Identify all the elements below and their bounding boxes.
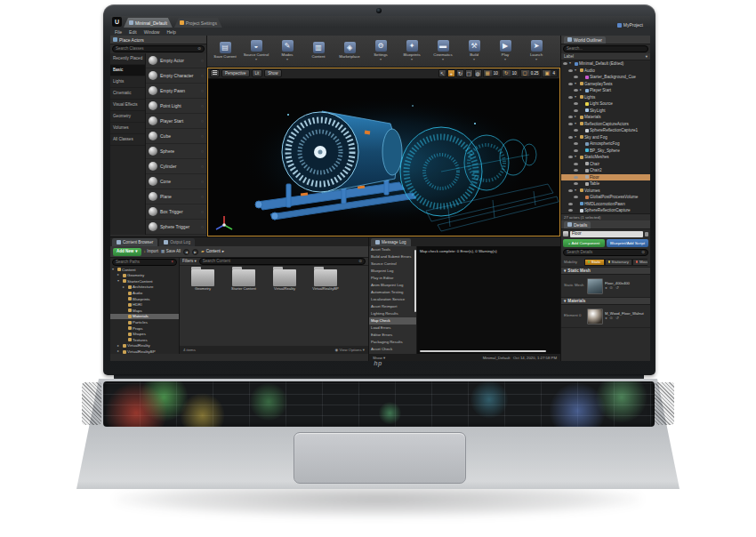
folder-tree-row[interactable]: Shapes [110,332,179,338]
outliner-row[interactable]: SkyLight [561,108,650,115]
visibility-eye-icon[interactable] [574,163,578,165]
world-outliner-tab[interactable]: World Outliner [561,36,650,44]
expand-arrow-icon[interactable]: ▾ [575,68,578,73]
outliner-row[interactable]: ▾ Sky and Fog [561,134,650,141]
visibility-eye-icon[interactable] [574,176,578,179]
outliner-row[interactable]: ▾ GameplayTests [561,81,650,88]
place-actor-item[interactable]: Plane ○ [146,189,206,204]
expand-arrow-icon[interactable]: ▸ [117,273,121,277]
editor-tab[interactable]: Project Settings [174,18,222,28]
expand-arrow-icon[interactable]: ▾ [569,61,573,66]
place-actor-item[interactable]: Empty Character ○ [146,68,206,84]
message-log-category[interactable]: Editor Errors [369,332,416,339]
details-tab[interactable]: Details [561,220,650,229]
message-log-category[interactable]: Source Control [369,260,416,268]
place-actors-category[interactable]: Visual Effects [110,100,145,111]
snap-control[interactable]: ↻ 10 [502,69,519,77]
snap-control[interactable]: ▢ 0.25 [520,69,542,77]
folder-tree-row[interactable]: ▸ Architecture [110,285,179,291]
message-log-category[interactable]: Automation Testing [369,289,416,296]
folder-tree-row[interactable]: Audio [110,290,179,296]
outliner-row[interactable]: Floor [561,174,650,181]
outliner-row[interactable]: Light Source [561,100,650,108]
asset-search-input[interactable]: Search Content ⊙ [199,258,366,265]
output-log-tab[interactable]: Output Log [159,238,195,246]
outliner-column-header[interactable]: Label ▾ [561,53,650,60]
message-log-category[interactable]: Build and Submit Errors [369,253,416,260]
toolbar-button[interactable]: ▶ Play ▾ [490,40,520,62]
visibility-eye-icon[interactable] [568,156,573,158]
visibility-eye-icon[interactable] [574,169,578,172]
outliner-row[interactable]: AtmosphericFog [561,140,650,148]
place-actor-item[interactable]: Sphere ○ [146,144,206,159]
place-actors-search-input[interactable]: Search Classes ⊙ [112,45,205,52]
filters-button[interactable]: Filters ▾ [182,259,197,263]
message-log-category[interactable]: Blueprint Log [369,268,416,275]
place-actor-item[interactable]: Cube ○ [146,129,206,144]
snap-control[interactable]: ▦ 10 [483,69,501,77]
visibility-eye-icon[interactable] [568,203,573,205]
folder-tree-row[interactable]: Materials [110,314,179,320]
outliner-row[interactable]: Table [561,180,650,188]
mobility-option-button[interactable]: Movable [632,259,647,266]
expand-arrow-icon[interactable]: ▸ [580,88,583,92]
visibility-eye-icon[interactable] [568,83,573,85]
outliner-row[interactable]: ▾ Lights [561,94,650,101]
outliner-row[interactable]: ▾ Audio [561,68,650,75]
message-log-category[interactable]: Lighting Results [369,310,416,317]
folder-tree-row[interactable]: ▸ Geometry [110,273,179,279]
folder-tree-row[interactable]: ▸ VirtualRealityBP [110,349,179,355]
viewport-options-icon[interactable] [210,69,220,77]
menu-item[interactable]: Help [166,29,175,35]
visibility-eye-icon[interactable] [568,69,573,72]
clear-icon[interactable]: × [171,260,173,264]
message-log-category[interactable]: Packaging Results [369,339,416,346]
actor-name-field[interactable]: Floor [570,231,643,237]
message-log-tab[interactable]: Message Log [371,238,411,246]
visibility-eye-icon[interactable] [574,109,578,112]
message-log-category[interactable]: Play in Editor [369,275,416,282]
place-actors-category[interactable]: Cinematic [110,88,145,100]
place-actor-item[interactable]: Empty Pawn ○ [146,84,206,99]
blueprint-add-script-button[interactable]: Blueprint/Add Script [607,239,648,247]
expand-arrow-icon[interactable]: ▸ [117,349,121,354]
folder-tile[interactable]: VirtualRealityBP [308,269,343,292]
save-all-button[interactable]: ▦ Save All [161,249,181,253]
expand-arrow-icon[interactable]: ▸ [117,344,121,349]
visibility-eye-icon[interactable] [568,136,573,139]
forward-arrow-icon[interactable]: ▶ [192,249,198,255]
place-actor-item[interactable]: Box Trigger ○ [146,204,206,220]
outliner-row[interactable]: SphereReflectionCapture1 [561,127,650,134]
place-actors-header[interactable]: Place Actors [110,36,206,44]
toolbar-button[interactable]: ⚙ Settings ▾ [366,40,396,62]
visibility-eye-icon[interactable] [574,89,578,92]
message-log-category[interactable]: Asset Reimport [369,303,416,310]
visibility-eye-icon[interactable] [568,189,573,192]
place-actor-item[interactable]: Sphere Trigger ○ [146,220,206,235]
folder-tree-row[interactable]: Props [110,325,179,332]
message-log-category[interactable]: Load Errors [369,325,416,332]
folder-tile[interactable]: VirtualReality [267,269,302,292]
level-viewport[interactable]: Perspective Lit Show ↖+↻▢◍ ▦ [207,68,560,236]
place-actors-category[interactable]: Recently Placed [110,53,145,65]
folder-tree-row[interactable]: Textures [110,337,179,343]
toolbar-button[interactable]: ◈ Marketplace [334,42,365,60]
scrollbar[interactable] [414,250,416,312]
folder-tree-row[interactable]: HDRI [110,302,179,309]
view-options-button[interactable]: ◉ View Options ▾ [334,348,365,352]
transform-tool-icon[interactable]: ◍ [474,69,482,77]
add-component-button[interactable]: + Add Component [563,239,605,247]
horizontal-scrollbar[interactable] [420,350,546,353]
outliner-row[interactable]: Chair2 [561,167,650,174]
expand-arrow-icon[interactable]: ▾ [575,82,578,86]
outliner-row[interactable]: ▾ Volumes [561,188,650,195]
toolbar-button[interactable]: ▬ Cinematics ▾ [428,40,458,62]
visibility-eye-icon[interactable] [574,129,578,132]
search-paths-input[interactable]: Search Paths × [112,259,177,266]
outliner-row[interactable]: Chair [561,161,650,168]
expand-arrow-icon[interactable]: ▸ [123,285,126,290]
visibility-eye-icon[interactable] [568,96,573,99]
outliner-row[interactable]: BP_Sky_Sphere [561,148,650,155]
menu-item[interactable]: File [115,29,122,35]
viewport-scene[interactable] [208,79,559,236]
